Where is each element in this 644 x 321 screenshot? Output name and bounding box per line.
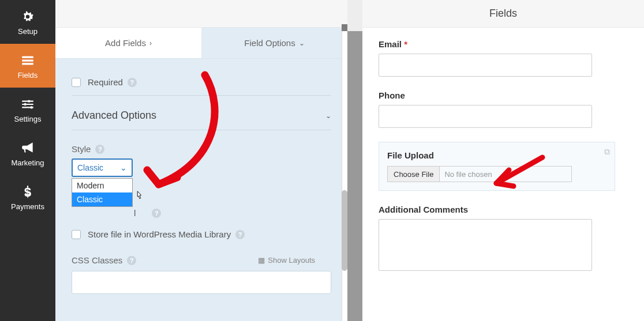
comments-textarea[interactable] [379, 219, 592, 271]
css-classes-input[interactable] [72, 271, 331, 294]
partial-label: l [134, 208, 136, 218]
help-icon[interactable]: ? [127, 256, 136, 265]
chevron-right-icon: › [149, 39, 152, 47]
style-value: Classic [77, 163, 103, 172]
sidebar-label: Settings [14, 115, 42, 123]
style-label-row: Style ? [72, 144, 331, 154]
comments-label: Additional Comments [379, 205, 628, 214]
store-row: Store file in WordPress Media Library ? [72, 218, 331, 247]
page-title: Fields [362, 0, 644, 28]
dropdown-item-classic[interactable]: Classic [72, 192, 132, 206]
preview-column: Fields Email * Phone ⧉ File Upload Choos… [362, 0, 644, 321]
help-icon[interactable]: ? [152, 209, 161, 218]
duplicate-icon[interactable]: ⧉ [604, 147, 610, 157]
required-checkbox[interactable] [72, 78, 81, 87]
field-email[interactable]: Email * [379, 39, 628, 77]
sidebar-item-payments[interactable]: $ Payments [0, 175, 55, 219]
tabs: Add Fields› Field Options⌄ [55, 28, 347, 59]
show-layouts-button[interactable]: ▦ Show Layouts [258, 256, 315, 265]
grid-icon: ▦ [258, 256, 265, 265]
left-header [55, 0, 347, 28]
form-preview: Email * Phone ⧉ File Upload Choose File … [362, 28, 644, 296]
email-input[interactable] [379, 54, 592, 77]
scroll-track[interactable] [342, 31, 347, 321]
svg-point-1 [24, 103, 27, 105]
required-label: Required [88, 77, 123, 87]
title-text: Fields [489, 7, 517, 20]
tab-field-options[interactable]: Field Options⌄ [201, 28, 347, 58]
field-additional-comments[interactable]: Additional Comments [379, 205, 628, 271]
chevron-down-icon: ⌄ [299, 39, 305, 47]
phone-label: Phone [379, 90, 628, 100]
tab-add-label: Add Fields [105, 38, 146, 48]
cursor-pointer-icon [133, 190, 145, 203]
style-dropdown: Modern Classic [72, 178, 133, 207]
store-label: Store file in WordPress Media Library [88, 229, 231, 239]
gear-icon [20, 9, 36, 25]
sliders-icon [20, 96, 36, 112]
file-status: No file chosen [440, 170, 496, 179]
field-file-upload[interactable]: ⧉ File Upload Choose File No file chosen [379, 142, 615, 191]
hidden-label-row: l ? [72, 208, 331, 218]
sidebar-item-fields[interactable]: Fields [0, 44, 55, 88]
field-phone[interactable]: Phone [379, 90, 628, 128]
choose-file-button[interactable]: Choose File [388, 167, 440, 182]
advanced-options-toggle[interactable]: Advanced Options ⌄ [72, 96, 331, 130]
svg-point-0 [28, 100, 30, 102]
required-row: Required ? [72, 69, 331, 96]
list-icon [20, 52, 36, 69]
svg-point-2 [30, 106, 32, 108]
svg-text:$: $ [24, 184, 31, 199]
tab-add-fields[interactable]: Add Fields› [55, 28, 201, 58]
required-asterisk: * [404, 39, 407, 49]
help-icon[interactable]: ? [128, 78, 137, 87]
email-label: Email * [379, 39, 628, 49]
sidebar-item-marketing[interactable]: Marketing [0, 131, 55, 175]
file-upload-label: File Upload [387, 150, 606, 160]
store-checkbox[interactable] [72, 230, 81, 239]
phone-input[interactable] [379, 105, 592, 128]
scroll-up-icon[interactable] [342, 24, 347, 31]
sidebar-label: Setup [18, 27, 38, 36]
help-icon[interactable]: ? [95, 145, 104, 154]
sidebar-label: Fields [18, 71, 38, 80]
dollar-icon: $ [20, 184, 36, 200]
help-icon[interactable]: ? [235, 230, 245, 239]
chevron-down-icon: ⌄ [120, 163, 127, 172]
style-select[interactable]: Classic ⌄ Modern Classic [72, 158, 133, 177]
css-label: CSS Classes [72, 255, 122, 265]
advanced-label: Advanced Options [72, 109, 156, 122]
dropdown-item-modern[interactable]: Modern [72, 179, 132, 192]
sidebar-label: Marketing [11, 158, 44, 167]
field-options-panel: Required ? Advanced Options ⌄ Style ? Cl… [55, 59, 347, 321]
options-column: Add Fields› Field Options⌄ Required ? Ad… [55, 0, 347, 321]
chevron-down-icon: ⌄ [325, 112, 331, 120]
scroll-thumb[interactable] [342, 190, 347, 271]
show-layouts-label: Show Layouts [268, 256, 315, 265]
sidebar: Setup Fields Settings Marketing $ Paymen… [0, 0, 55, 321]
sidebar-item-settings[interactable]: Settings [0, 88, 55, 131]
file-input[interactable]: Choose File No file chosen [387, 166, 572, 182]
sidebar-label: Payments [11, 202, 44, 211]
css-row: CSS Classes ? ▦ Show Layouts [72, 255, 331, 265]
preview-divider [347, 0, 362, 321]
style-label: Style [72, 144, 91, 154]
bullhorn-icon [20, 140, 36, 156]
sidebar-item-setup[interactable]: Setup [0, 0, 55, 44]
tab-opts-label: Field Options [244, 38, 295, 48]
